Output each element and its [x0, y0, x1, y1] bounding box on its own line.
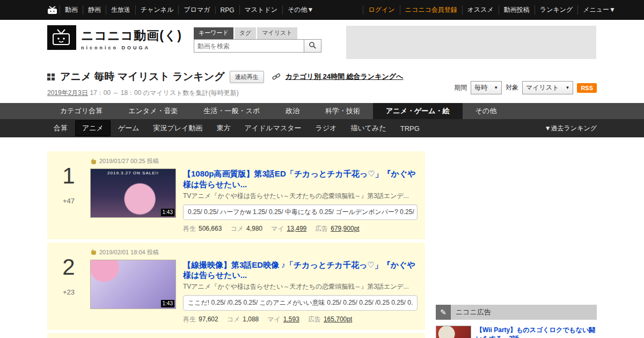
target-label: 対象: [506, 83, 518, 92]
ranking-grid-icon: [47, 74, 55, 80]
topbar-item-rpg[interactable]: RPG: [215, 6, 239, 14]
tab-category-science[interactable]: 科学・技術: [312, 103, 373, 119]
category-tab-bar: カテゴリ合算 エンタメ・音楽 生活・一般・スポ 政治 科学・技術 アニメ・ゲーム…: [0, 103, 644, 119]
niconico-tv-icon[interactable]: [47, 6, 57, 14]
nicoad-promoted-item: 【Wii Party】ものスゴくロクでもない闘いをする 2話: [436, 326, 597, 338]
tab-category-anime-game-art[interactable]: アニメ・ゲーム・絵: [373, 103, 463, 119]
date-link[interactable]: 2019年2月3日: [47, 89, 88, 97]
topbar-item-video[interactable]: 動画: [60, 5, 83, 14]
search-block: キーワード タグ マイリスト: [194, 25, 321, 62]
thumbnail-overlay-text: 2019.3.27 ON SALE!!: [91, 171, 175, 175]
tab-category-life[interactable]: 生活・一般・スポ: [191, 103, 273, 119]
rank-item-main: 2019/02/01 18:04 投稿 1:43 【線撮映像】第3話ED映像 ♪…: [90, 248, 418, 325]
tab-category-other[interactable]: その他: [463, 103, 510, 119]
tab-genre-trpg[interactable]: TRPG: [394, 122, 426, 135]
site-header: ニコニコ動画(く) niconico DOUGA キーワード タグ マイリスト: [0, 20, 644, 62]
tab-genre-idolmaster[interactable]: アイドルマスター: [238, 121, 308, 136]
rank-number-column: 1 +47: [47, 157, 90, 233]
link-chain-icon: [272, 73, 281, 80]
aggregation-note-text: 17：00 ～ 18：00 のマイリスト数を集計(毎時更新): [88, 89, 239, 97]
logo-text-block: ニコニコ動画(く) niconico DOUGA: [81, 25, 182, 62]
rank-number: 2: [47, 256, 90, 278]
topbar-item-ranking[interactable]: ランキング: [535, 5, 577, 14]
topbar-item-blomaga[interactable]: ブロマガ: [178, 5, 215, 14]
comment-ticker[interactable]: 0.25/ 0.25/ ハーフかw 1.25/ 0.25/ 中毒になる 0.25…: [183, 204, 418, 220]
genre-tab-bar: 合算 アニメ ゲーム 実況プレイ動画 東方 アイドルマスター ラジオ 描いてみた…: [0, 119, 644, 137]
main-content: 1 +47 2019/01/27 00:25 投稿 2019.3.27 ON S…: [47, 137, 597, 338]
register-link[interactable]: ニコニコ会員登録: [400, 5, 462, 14]
play-count-label: 再生: [183, 224, 196, 233]
rss-button[interactable]: RSS: [577, 83, 597, 93]
search-button[interactable]: [304, 39, 321, 53]
tab-genre-radio[interactable]: ラジオ: [309, 121, 343, 136]
nicoad-header: ✎ ニコニ広告: [436, 305, 597, 320]
topbar-item-recommend[interactable]: オススメ: [462, 5, 499, 14]
video-thumbnail[interactable]: 1:43: [90, 260, 176, 309]
rank-delta: +23: [47, 288, 90, 296]
logo-title: ニコニコ動画(く): [81, 27, 182, 44]
rank-item-body: 1:43 【線撮映像】第3話ED映像 ♪「チカっとチカ千花っ♡」『かぐや様は告ら…: [90, 260, 418, 325]
rank-number: 1: [47, 165, 90, 187]
promoted-video-thumbnail[interactable]: [436, 326, 471, 338]
search-tab-mylist[interactable]: マイリスト: [257, 27, 297, 39]
topbar-right-group: ログイン ニコニコ会員登録 オススメ 動画投稿 ランキング メニュー▼: [363, 5, 620, 14]
topbar-item-mastodon[interactable]: マストドン: [239, 5, 282, 14]
category-24h-ranking-link[interactable]: カテゴリ別 24時間 総合ランキングへ: [286, 72, 404, 82]
period-select[interactable]: 毎時 ▼: [471, 81, 502, 94]
upload-date-row: 2019/02/01 18:04 投稿: [90, 248, 418, 256]
ad-points-label: 広告: [308, 315, 321, 324]
search-tab-keyword[interactable]: キーワード: [194, 27, 233, 39]
past-ranking-link[interactable]: ▼過去ランキング: [545, 124, 597, 133]
search-tabs: キーワード タグ マイリスト: [194, 27, 321, 39]
comment-count-label: コメ: [230, 224, 244, 233]
rank-delta: +47: [47, 197, 90, 205]
upload-hand-icon: [90, 249, 97, 255]
pen-icon: ✎: [436, 305, 451, 320]
nicoad-header-title: ニコニ広告: [456, 307, 491, 317]
tab-genre-touhou[interactable]: 東方: [210, 121, 237, 136]
rank-item-main: 2019/01/27 00:25 投稿 2019.3.27 ON SALE!! …: [90, 157, 418, 233]
period-select-value: 毎時: [474, 83, 487, 92]
tab-genre-game[interactable]: ゲーム: [112, 121, 146, 136]
rank-item-body: 2019.3.27 ON SALE!! 1:43 【1080p高画質版】第3話E…: [90, 168, 418, 233]
tab-category-politics[interactable]: 政治: [273, 103, 312, 119]
mylist-count-link[interactable]: 1,593: [283, 315, 299, 323]
topbar-item-menu[interactable]: メニュー▼: [577, 5, 620, 14]
video-thumbnail[interactable]: 2019.3.27 ON SALE!! 1:43: [90, 168, 176, 218]
promoted-video-title-link[interactable]: 【Wii Party】ものスゴくロクでもない闘いをする 2話: [476, 326, 597, 338]
topbar-item-other[interactable]: その他▼: [282, 5, 318, 14]
tab-genre-anime[interactable]: アニメ: [75, 120, 111, 136]
ranking-item-1: 1 +47 2019/01/27 00:25 投稿 2019.3.27 ON S…: [47, 151, 425, 239]
tab-category-entertainment[interactable]: エンタメ・音楽: [115, 103, 191, 119]
search-input[interactable]: [194, 39, 304, 53]
tab-genre-drawing[interactable]: 描いてみた: [345, 121, 393, 136]
search-tab-tag[interactable]: タグ: [235, 27, 257, 39]
continuous-play-button[interactable]: 連続再生: [230, 71, 264, 83]
ad-points-link[interactable]: 165,700pt: [324, 315, 352, 323]
video-stats: 再生 506,663 コメ 4,980 マイ 13,499 広告 679,900…: [183, 224, 418, 233]
comment-ticker[interactable]: ここだ! 0.25/ /0.25 0.25/ このアニメがいい意味 0.25/ …: [183, 295, 418, 311]
topbar-item-seiga[interactable]: 静画: [83, 5, 106, 14]
ad-points-link[interactable]: 679,900pt: [331, 225, 359, 232]
ad-points-label: 広告: [315, 224, 328, 233]
topbar-item-upload[interactable]: 動画投稿: [499, 5, 535, 14]
sidebar-ad-space: [436, 151, 597, 305]
chevron-down-icon: ▼: [494, 85, 498, 90]
tab-category-all[interactable]: カテゴリ合算: [47, 103, 115, 119]
topbar-item-channel[interactable]: チャンネル: [135, 5, 178, 14]
comment-count-label: コメ: [227, 315, 240, 324]
niconico-logo[interactable]: [47, 25, 76, 50]
play-count: 97,602: [199, 315, 218, 323]
tab-genre-letsplay[interactable]: 実況プレイ動画: [147, 121, 209, 136]
tab-genre-all[interactable]: 合算: [47, 121, 74, 136]
upload-date-row: 2019/01/27 00:25 投稿: [90, 157, 418, 165]
video-title-link[interactable]: 【線撮映像】第3話ED映像 ♪「チカっとチカ千花っ♡」『かぐや様は告らせたい..…: [183, 260, 418, 281]
header-ad-banner[interactable]: [346, 26, 596, 59]
target-select[interactable]: マイリスト ▼: [522, 81, 573, 94]
sidebar: ✎ ニコニ広告 【Wii Party】ものスゴくロクでもない闘いをする 2話: [436, 151, 597, 338]
topbar-item-live[interactable]: 生放送: [106, 5, 135, 14]
video-title-link[interactable]: 【1080p高画質版】第3話ED「チカっとチカ千花っ♡」『かぐや様は告らせたい.…: [183, 168, 418, 190]
login-link[interactable]: ログイン: [363, 5, 399, 14]
video-stats: 再生 97,602 コメ 1,088 マイ 1,593 広告 165,700pt: [183, 315, 418, 324]
mylist-count-link[interactable]: 13,499: [287, 225, 307, 232]
